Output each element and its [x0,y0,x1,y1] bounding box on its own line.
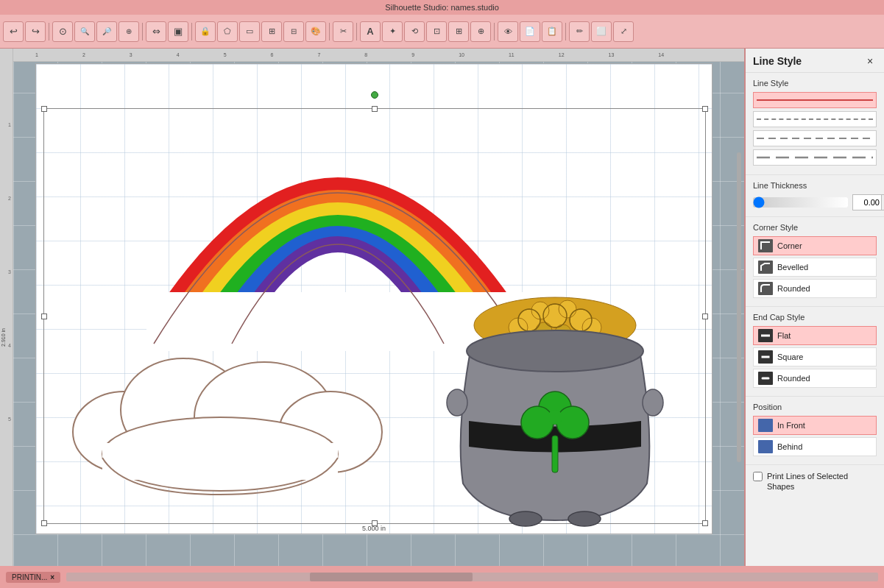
cap-rounded-svg [760,373,771,383]
svg-point-24 [521,406,554,439]
task-close-button[interactable]: × [50,573,54,581]
thickness-input[interactable] [853,195,881,210]
task-item: PRINTIN... × [6,572,60,583]
zoom-sel-button[interactable]: ⊕ [119,21,139,42]
weld-button[interactable]: ⊞ [448,21,469,42]
bevelled-label: Bevelled [777,263,808,272]
scroll-bar-bottom[interactable] [66,573,878,581]
corner-svg [760,241,771,251]
cloud-image[interactable] [51,329,389,498]
square-svg [760,352,771,362]
top-ruler: 1234567891011121314 [13,49,744,62]
end-cap-square[interactable]: Square [753,347,877,366]
scissors-button[interactable]: ✂ [333,21,353,42]
corner-icon [758,239,773,252]
panel-header: Line Style × [746,49,884,73]
expand-button[interactable]: ⤢ [613,21,634,42]
ruler-mark: 4 [8,343,11,348]
line-style-solid[interactable] [753,92,877,108]
status-bar: PRINTIN... × [0,566,884,588]
node-button[interactable]: ⊡ [426,21,447,42]
toolbar-sep-3 [191,23,192,40]
thickness-row: ▲ ▼ pt [753,194,877,210]
redo-button[interactable]: ↪ [25,21,46,42]
thickness-input-wrap: ▲ ▼ [852,194,884,210]
color-button[interactable]: 🎨 [305,21,326,42]
toolbar-sep-4 [329,23,330,40]
fill-button[interactable]: ⬜ [591,21,612,42]
left-ruler: 1 2 3 4 5 2.910 in [0,49,13,566]
main-area: 1 2 3 4 5 2.910 in 1234567891011121314 [0,49,884,566]
svg-point-25 [556,406,589,439]
path-button[interactable]: ⟲ [404,21,425,42]
scroll-indicator[interactable] [737,152,741,463]
canvas-area[interactable]: 1234567891011121314 [13,49,744,566]
toolbar-sep-2 [142,23,143,40]
print-lines-label: Print Lines of Selected Shapes [767,471,877,492]
position-behind[interactable]: Behind [753,437,877,456]
window-button[interactable]: ▣ [168,21,188,42]
corner-rounded-svg [760,283,771,294]
end-cap-flat[interactable]: Flat [753,326,877,345]
svg-rect-6 [102,443,338,480]
page2-button[interactable]: 📋 [542,21,562,42]
grid-button[interactable]: ⊞ [261,21,282,42]
canvas-content[interactable]: 5.000 in [35,63,712,534]
corner-style-corner[interactable]: Corner [753,236,877,255]
line-style-small-dash[interactable] [753,111,877,127]
polygon-button[interactable]: ⬠ [217,21,238,42]
svg-point-29 [568,511,601,526]
position-section: Position In Front Behind [746,397,884,465]
line-style-label: Line Style [753,79,877,88]
line-style-section: Line Style [746,73,884,175]
zoom-fit-button[interactable]: ⊙ [52,21,73,42]
in-front-label: In Front [777,421,805,430]
lock-button[interactable]: 🔒 [195,21,216,42]
preview-button[interactable]: 👁 [498,21,518,42]
mirror-button[interactable]: ⇔ [146,21,166,42]
replicate-button[interactable]: ⊕ [470,21,491,42]
ruler-mark: 3 [8,269,11,274]
title-text: Silhouette Studio: names.studio [385,3,499,12]
undo-button[interactable]: ↩ [3,21,24,42]
behind-icon [758,440,773,453]
line-style-medium-dash[interactable] [753,130,877,146]
svg-point-21 [447,389,467,416]
flat-svg [760,330,771,341]
toolbar-sep-5 [356,23,357,40]
position-in-front[interactable]: In Front [753,416,877,435]
large-dash-icon [757,153,873,162]
cap-rounded-icon [758,372,773,385]
toolbar-sep-1 [49,23,49,40]
zoom-out-button[interactable]: 🔎 [96,21,117,42]
print-lines-checkbox[interactable] [753,472,763,481]
panel-close-button[interactable]: × [863,54,877,68]
page-button[interactable]: 📄 [520,21,540,42]
thickness-slider[interactable] [753,197,848,208]
ruler-dimension-label: 2.910 in [1,328,6,347]
flat-icon [758,329,773,342]
ruler-mark: 5 [8,417,11,422]
text-button[interactable]: A [360,21,381,42]
zoom-in-button[interactable]: 🔍 [74,21,95,42]
scroll-thumb[interactable] [310,573,473,581]
pot-of-gold-image[interactable] [426,285,684,528]
corner-style-bevelled[interactable]: Bevelled [753,258,877,277]
svg-point-22 [643,389,663,416]
end-cap-rounded[interactable]: Rounded [753,369,877,388]
end-cap-section: End Cap Style Flat Square [746,307,884,397]
print-lines-row: Print Lines of Selected Shapes [746,465,884,498]
star-button[interactable]: ✦ [382,21,403,42]
grid2-button[interactable]: ⊟ [283,21,304,42]
ruler-mark: 2 [8,196,11,201]
corner-style-rounded[interactable]: Rounded [753,279,877,298]
line-style-large-dash[interactable] [753,149,877,166]
line-thickness-section: Line Thickness ▲ ▼ pt [746,175,884,217]
svg-point-28 [509,511,542,526]
pen-button[interactable]: ✏ [569,21,590,42]
in-front-icon [758,419,773,432]
task-label: PRINTIN... [12,573,47,581]
medium-dash-icon [757,134,873,143]
rect-button[interactable]: ▭ [239,21,260,42]
dimension-label: 5.000 in [362,525,386,532]
